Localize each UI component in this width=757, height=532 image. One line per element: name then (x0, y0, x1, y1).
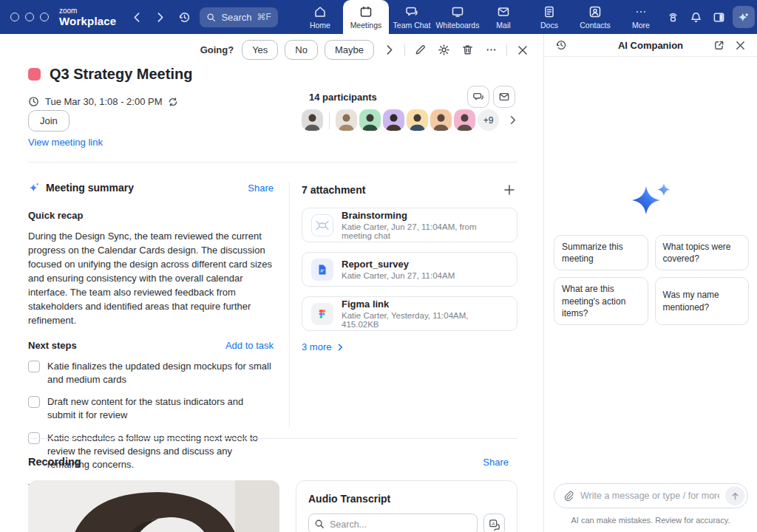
tab-whiteboards[interactable]: Whiteboards (435, 0, 481, 34)
chat-participants-button[interactable] (467, 86, 489, 108)
view-meeting-link[interactable]: View meeting link (28, 137, 103, 148)
nav-forward-button[interactable] (151, 8, 169, 27)
event-color-swatch (28, 68, 41, 81)
recording-share-link[interactable]: Share (483, 457, 509, 468)
search-icon (206, 13, 216, 22)
summary-share-link[interactable]: Share (248, 183, 274, 194)
audio-transcript-heading: Audio Transcript (308, 493, 505, 505)
join-button[interactable]: Join (28, 110, 69, 132)
top-navbar: zoom Workplace Search ⌘F Home Meetings T… (0, 0, 757, 34)
paperclip-icon[interactable] (563, 491, 574, 502)
window-controls[interactable] (10, 13, 49, 21)
checkbox[interactable] (28, 361, 40, 372)
send-button[interactable] (725, 486, 744, 505)
chevron-right-icon (507, 115, 518, 126)
recording-video-thumbnail[interactable] (28, 480, 279, 532)
add-to-task-link[interactable]: Add to task (225, 340, 274, 351)
more-actions-button[interactable] (483, 41, 500, 58)
ai-message-input[interactable] (580, 491, 719, 501)
checkbox[interactable] (28, 396, 40, 408)
next-step-text: Katie finalizes the updated design mocku… (47, 360, 274, 386)
ai-companion-button[interactable] (733, 6, 755, 28)
next-step-text: Draft new content for the status indicat… (47, 395, 274, 422)
video-still (28, 480, 279, 532)
attachments-more-link[interactable]: 3 more (302, 341, 344, 352)
ai-history-button[interactable] (554, 38, 568, 52)
participants-avatars[interactable]: +9 (302, 109, 518, 131)
window-close-button[interactable] (10, 13, 19, 21)
ai-chip-summarize[interactable]: Summarize this meeting (554, 235, 648, 270)
participants-expand-button[interactable] (507, 115, 518, 126)
avatar[interactable] (336, 109, 357, 131)
global-search-input[interactable]: Search ⌘F (200, 7, 278, 27)
ai-chip-name-mentioned[interactable]: Was my name mentioned? (655, 277, 750, 325)
meeting-title-row: Q3 Strategy Meeting (28, 66, 192, 83)
ai-popout-button[interactable] (712, 38, 726, 52)
phone-button[interactable] (664, 8, 682, 27)
gear-icon (438, 44, 450, 56)
window-zoom-button[interactable] (40, 13, 49, 21)
avatar[interactable] (430, 109, 452, 131)
history-button[interactable] (175, 8, 194, 27)
avatar[interactable] (383, 109, 404, 131)
tab-docs[interactable]: Docs (526, 0, 572, 34)
divider (28, 162, 517, 163)
close-panel-button[interactable] (514, 41, 532, 59)
delete-meeting-button[interactable] (459, 41, 476, 58)
meeting-actions-row: Going? Yes No Maybe (200, 40, 532, 60)
attachment-item[interactable]: Figma link Katie Carter, Yesterday, 11:0… (302, 296, 517, 331)
edit-meeting-button[interactable] (412, 41, 429, 58)
notifications-button[interactable] (687, 8, 705, 27)
avatar[interactable] (359, 109, 381, 131)
ai-chip-topics[interactable]: What topics were covered? (655, 235, 750, 270)
tab-more[interactable]: More (618, 0, 664, 34)
more-icon (634, 5, 648, 18)
window-minimize-button[interactable] (25, 13, 34, 21)
close-icon (516, 44, 529, 57)
translate-icon: A (489, 519, 500, 531)
tab-home[interactable]: Home (297, 0, 343, 34)
zoom-workplace-logo: zoom Workplace (59, 7, 116, 27)
audio-transcript-card: Audio Transcript A (296, 480, 517, 532)
recording-heading: Recording (28, 456, 81, 468)
whiteboard-icon (451, 5, 464, 18)
tab-team-chat[interactable]: Team Chat (389, 0, 435, 34)
chat-icon (405, 5, 418, 18)
add-attachment-button[interactable] (501, 182, 517, 198)
rsvp-maybe-button[interactable]: Maybe (325, 40, 374, 60)
tab-contacts[interactable]: Contacts (572, 0, 618, 34)
rsvp-expand-button[interactable] (381, 41, 398, 58)
ai-chip-action-items[interactable]: What are this meeting's action items? (554, 277, 648, 325)
recording-section-header: Recording Share (28, 456, 509, 468)
rsvp-yes-button[interactable]: Yes (242, 40, 278, 60)
navbar-right (664, 6, 757, 28)
avatar[interactable] (302, 109, 323, 131)
going-label: Going? (200, 44, 234, 55)
tab-mail[interactable]: Mail (481, 0, 526, 34)
transcript-search-input[interactable] (308, 514, 478, 532)
meeting-settings-button[interactable] (435, 41, 452, 58)
calendar-icon (359, 5, 373, 18)
history-icon (178, 11, 191, 24)
avatar[interactable] (454, 109, 475, 131)
avatar[interactable] (407, 109, 428, 131)
email-participants-button[interactable] (493, 86, 515, 108)
translate-button[interactable]: A (483, 514, 505, 532)
chevron-right-icon (383, 44, 396, 56)
participants-overflow-badge[interactable]: +9 (478, 109, 499, 131)
tab-meetings[interactable]: Meetings (343, 0, 389, 34)
ai-suggestion-chips: Summarize this meeting What topics were … (554, 235, 749, 325)
participants-buttons (467, 86, 515, 108)
ai-close-button[interactable] (733, 38, 747, 52)
attachments-heading: 7 attachment (302, 184, 365, 196)
whiteboard-thumbnail-icon (311, 214, 333, 236)
rsvp-no-button[interactable]: No (285, 40, 318, 60)
attachment-item[interactable]: Brainstorming Katie Carter, Jun 27, 11:0… (302, 208, 517, 242)
attachment-item[interactable]: Report_survey Katie Carter, Jun 27, 11:0… (302, 252, 517, 287)
chevron-right-icon (154, 11, 166, 24)
plus-icon (503, 183, 516, 197)
nav-back-button[interactable] (128, 8, 146, 27)
chevron-left-icon (131, 11, 143, 24)
side-panel-toggle-button[interactable] (710, 8, 728, 27)
envelope-icon (498, 91, 510, 103)
